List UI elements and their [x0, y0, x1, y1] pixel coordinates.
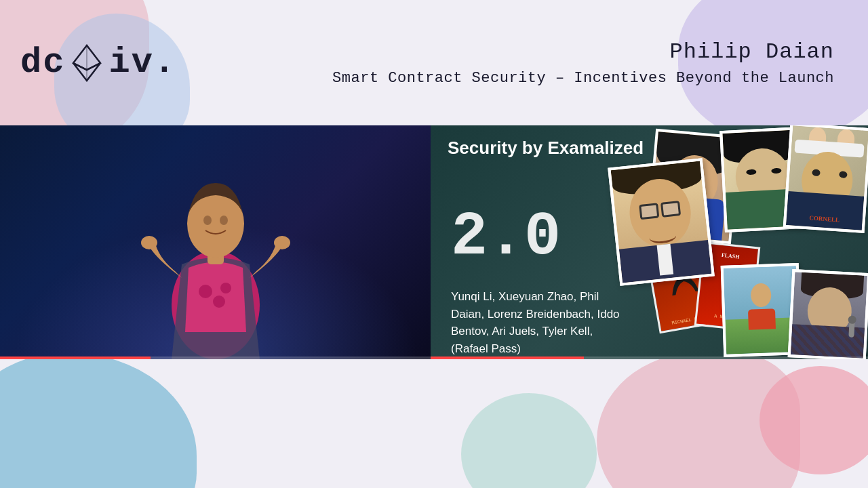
book-cover-2: FLASH A NOVEL — [694, 241, 761, 331]
slide-title: Security by Examalized — [448, 138, 644, 159]
slide-title-text: Security by Exam — [448, 138, 595, 158]
svg-point-10 — [199, 285, 212, 298]
person-photo-4: CORNELL — [783, 125, 868, 233]
person-photo-6 — [788, 269, 868, 359]
speaker-figure — [121, 142, 311, 359]
speaker-video-inner — [0, 125, 431, 359]
bottom-area — [0, 359, 868, 488]
book-cover-1: FLASH BOYS MICHAEL LEWIS — [644, 229, 724, 333]
slide-video[interactable]: Security by Examalized 2.0 Yunqi Li, Xue… — [431, 125, 868, 359]
svg-point-8 — [141, 236, 157, 249]
speaker-video[interactable] — [0, 125, 431, 359]
photo-collage: FLASH BOYS MICHAEL LEWIS FLASH A NOVEL — [610, 125, 868, 359]
person-photo-2 — [608, 158, 715, 286]
logo-prefix: dc — [20, 43, 65, 83]
ethereum-icon — [71, 44, 103, 82]
slide-version: 2.0 — [451, 207, 561, 268]
slide-authors: Yunqi Li, Xueyuan Zhao, Phil Daian, Lore… — [451, 288, 620, 357]
person-photo-5 — [721, 263, 802, 357]
header-right: Philip Daian Smart Contract Security – I… — [332, 39, 834, 87]
svg-point-9 — [274, 236, 290, 249]
person-photo-1 — [646, 129, 740, 244]
videos-container: Security by Examalized 2.0 Yunqi Li, Xue… — [0, 125, 868, 359]
talk-title: Smart Contract Security – Incentives Bey… — [332, 70, 834, 87]
header: dc iv. Philip Daian Smart Contract Secur… — [0, 0, 868, 125]
svg-point-6 — [203, 216, 212, 225]
logo: dc iv. — [20, 43, 176, 83]
person-photo-3 — [719, 127, 806, 232]
speaker-name: Philip Daian — [332, 39, 834, 64]
svg-point-7 — [220, 216, 228, 225]
svg-point-12 — [220, 283, 231, 293]
logo-suffix: iv. — [108, 43, 176, 83]
svg-point-11 — [213, 296, 225, 308]
slide-title-suffix: alized — [595, 138, 644, 158]
slide-video-inner: Security by Examalized 2.0 Yunqi Li, Xue… — [431, 125, 868, 359]
